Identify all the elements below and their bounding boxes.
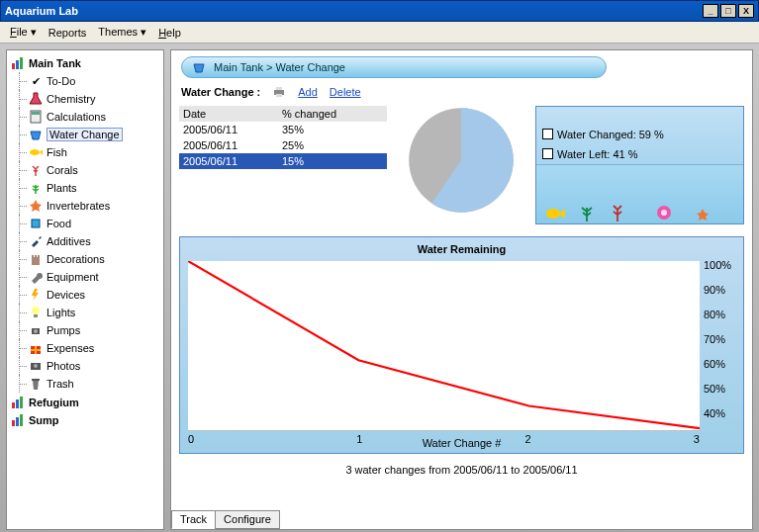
table-row[interactable]: 2005/06/1125% — [179, 137, 387, 153]
sidebar-item-pumps[interactable]: Pumps — [9, 321, 161, 339]
xtick: 2 — [525, 433, 531, 445]
svg-rect-12 — [34, 314, 38, 317]
plant-icon — [29, 181, 43, 195]
minimize-button[interactable]: _ — [703, 4, 718, 18]
legend-box: Water Changed: 59 % Water Left: 41 % — [535, 106, 744, 224]
chart-footer: 3 water changes from 2005/06/11 to 2005/… — [171, 462, 752, 482]
chart-icon — [11, 413, 25, 427]
tree-root-sump[interactable]: Sump — [9, 411, 161, 429]
svg-rect-25 — [16, 417, 19, 426]
sidebar-item-decorations[interactable]: Decorations — [9, 250, 161, 268]
xtick: 1 — [356, 433, 362, 445]
add-link[interactable]: Add — [298, 86, 318, 98]
svg-rect-7 — [32, 257, 40, 265]
svg-point-14 — [34, 329, 38, 333]
svg-rect-4 — [32, 112, 40, 115]
svg-rect-24 — [12, 420, 15, 426]
legend-changed: Water Changed: 59 % — [536, 125, 743, 144]
svg-point-31 — [546, 209, 560, 219]
window-title: Aquarium Lab — [5, 5, 78, 17]
main-panel: Main Tank > Water Change Water Change : … — [170, 49, 753, 530]
sidebar-item-fish[interactable]: Fish — [9, 143, 161, 161]
tree-root-main-tank[interactable]: Main Tank — [9, 54, 161, 72]
svg-point-33 — [661, 210, 667, 216]
maximize-button[interactable]: □ — [720, 4, 736, 18]
menu-file[interactable]: File ▾ — [6, 24, 41, 41]
sidebar-item-corals[interactable]: Corals — [9, 161, 161, 179]
water-change-table: Date % changed 2005/06/1135% 2005/06/112… — [179, 106, 387, 224]
chart-icon — [11, 56, 25, 70]
close-button[interactable]: X — [738, 4, 754, 18]
chart-icon — [11, 396, 25, 409]
bulb-icon — [29, 306, 43, 319]
svg-point-19 — [34, 364, 38, 368]
main-body: Date % changed 2005/06/1135% 2005/06/112… — [171, 102, 752, 228]
camera-icon — [29, 359, 43, 373]
menu-themes[interactable]: Themes ▾ — [94, 24, 150, 41]
fish-icon — [29, 145, 43, 159]
printer-icon[interactable] — [272, 86, 286, 98]
aquarium-decoration — [536, 164, 743, 223]
pie-chart — [397, 106, 525, 224]
dropper-icon — [29, 234, 43, 248]
table-row[interactable]: 2005/06/1135% — [179, 122, 387, 137]
y-axis: 100% 90% 80% 70% 60% 50% 40% — [700, 257, 739, 435]
svg-rect-28 — [276, 87, 282, 90]
svg-point-5 — [30, 149, 40, 155]
svg-rect-8 — [32, 255, 34, 257]
sidebar-item-photos[interactable]: Photos — [9, 357, 161, 375]
sidebar-item-devices[interactable]: Devices — [9, 286, 161, 304]
col-pct[interactable]: % changed — [278, 106, 387, 122]
svg-rect-23 — [20, 397, 23, 408]
xtick: 0 — [188, 433, 194, 445]
sidebar-item-to-do[interactable]: ✔To-Do — [9, 72, 161, 90]
bolt-icon — [29, 288, 43, 302]
wrench-icon — [29, 270, 43, 284]
coral-icon — [29, 163, 43, 177]
sidebar-item-additives[interactable]: Additives — [9, 232, 161, 250]
svg-rect-26 — [20, 414, 23, 426]
svg-rect-20 — [32, 379, 40, 381]
svg-rect-9 — [35, 255, 37, 257]
sidebar: Main Tank ✔To-Do Chemistry Calculations … — [6, 49, 164, 530]
pump-icon — [29, 323, 43, 337]
sidebar-item-equipment[interactable]: Equipment — [9, 268, 161, 286]
sidebar-item-chemistry[interactable]: Chemistry — [9, 90, 161, 108]
section-header: Water Change : Add Delete — [171, 82, 752, 102]
title-bar: Aquarium Lab _ □ X — [0, 0, 759, 22]
breadcrumb: Main Tank > Water Change — [181, 56, 607, 78]
sidebar-item-calculations[interactable]: Calculations — [9, 108, 161, 126]
menu-bar: File ▾ Reports Themes ▾ Help — [0, 22, 759, 44]
svg-rect-22 — [16, 399, 19, 408]
svg-rect-0 — [12, 63, 15, 69]
svg-rect-10 — [38, 255, 40, 257]
sidebar-item-water-change[interactable]: Water Change — [9, 126, 161, 143]
svg-rect-21 — [12, 402, 15, 408]
menu-reports[interactable]: Reports — [45, 25, 91, 41]
content: Main Tank ✔To-Do Chemistry Calculations … — [0, 44, 759, 532]
trash-icon — [29, 377, 43, 391]
food-icon — [29, 217, 43, 230]
chart-title: Water Remaining — [184, 241, 739, 257]
sidebar-item-food[interactable]: Food — [9, 215, 161, 232]
sidebar-item-invertebrates[interactable]: Invertebrates — [9, 197, 161, 215]
tab-track[interactable]: Track — [171, 510, 216, 529]
tree-root-refugium[interactable]: Refugium — [9, 394, 161, 411]
line-chart-plot: 0 1 2 3 — [188, 261, 700, 431]
tab-configure[interactable]: Configure — [215, 510, 280, 529]
menu-help[interactable]: Help — [154, 25, 185, 41]
sidebar-item-plants[interactable]: Plants — [9, 179, 161, 197]
line-chart-panel: Water Remaining 0 1 2 3 100% — [179, 236, 744, 454]
sidebar-item-trash[interactable]: Trash — [9, 375, 161, 393]
svg-rect-17 — [31, 349, 41, 351]
delete-link[interactable]: Delete — [330, 86, 361, 98]
col-date[interactable]: Date — [179, 106, 278, 122]
bucket-icon — [29, 128, 43, 141]
table-row[interactable]: 2005/06/1115% — [179, 153, 387, 169]
calc-icon — [29, 110, 43, 124]
bucket-icon — [192, 60, 208, 74]
sidebar-item-expenses[interactable]: Expenses — [9, 339, 161, 357]
sidebar-item-lights[interactable]: Lights — [9, 304, 161, 321]
flask-icon — [29, 92, 43, 106]
check-icon: ✔ — [29, 74, 43, 88]
